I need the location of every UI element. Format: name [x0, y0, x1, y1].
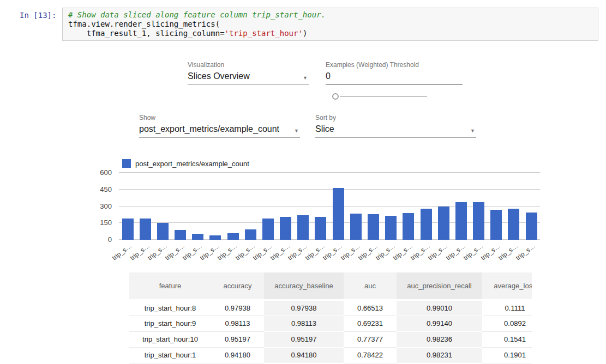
bar-slot — [207, 173, 224, 240]
table-cell: 0.78422 — [344, 347, 397, 363]
table-cell: 0.69231 — [344, 316, 397, 331]
bar-slot — [347, 173, 364, 240]
bar-20[interactable] — [473, 202, 484, 240]
bar-0[interactable] — [122, 219, 134, 240]
bar-slot — [136, 173, 154, 240]
table-cell: 0.94180 — [264, 347, 344, 363]
y-axis: 0150300450600 — [82, 173, 112, 240]
bar-7[interactable] — [245, 229, 256, 240]
table-cell: 0.97938 — [211, 300, 264, 316]
table-cell: 0.99010 — [397, 300, 482, 316]
bar-14[interactable] — [368, 214, 379, 240]
col-header-feature: feature — [129, 272, 211, 300]
table-cell: 0.98231 — [397, 347, 482, 363]
y-tick-label: 0 — [108, 235, 112, 244]
bar-slot — [452, 173, 470, 240]
table-cell: trip_start_hour:8 — [129, 300, 211, 316]
bar-1[interactable] — [140, 219, 151, 240]
bar-5[interactable] — [209, 235, 221, 240]
y-tick-label: 450 — [100, 185, 112, 193]
col-header-average_loss: average_loss — [482, 272, 532, 300]
y-tick-label: 300 — [100, 202, 112, 210]
table-cell: 0.1541 — [482, 331, 532, 347]
bar-4[interactable] — [192, 234, 203, 240]
chevron-down-icon: ▼ — [470, 128, 475, 134]
bar-chart — [119, 173, 540, 240]
sort-value: Slice — [315, 124, 334, 134]
slider-knob[interactable] — [332, 93, 339, 100]
table-header-row: featureaccuracyaccuracy_baselineaucauc_p… — [129, 272, 532, 300]
bar-6[interactable] — [227, 233, 239, 240]
bar-slot — [295, 173, 312, 240]
bar-12[interactable] — [333, 188, 344, 240]
x-tick: trip_s… — [523, 241, 540, 258]
bar-11[interactable] — [315, 217, 326, 240]
bar-3[interactable] — [175, 230, 186, 240]
bar-15[interactable] — [385, 216, 397, 240]
threshold-control: Examples (Weighted) Threshold 0 — [326, 61, 463, 85]
table-cell: 0.0892 — [482, 316, 532, 331]
table-cell: 0.97938 — [264, 300, 344, 316]
bar-9[interactable] — [280, 217, 291, 240]
bar-17[interactable] — [421, 209, 432, 240]
bar-22[interactable] — [508, 209, 519, 240]
col-header-auc_precision_recall: auc_precision_recall — [397, 272, 482, 300]
table-cell: 0.95197 — [211, 331, 264, 347]
table-cell: 0.99140 — [397, 316, 482, 331]
visualization-control: Visualization Slices Overview ▼ — [188, 61, 309, 85]
visualization-dropdown[interactable]: Slices Overview ▼ — [188, 71, 309, 85]
sort-dropdown[interactable]: Slice ▼ — [315, 124, 476, 138]
bar-slot — [312, 173, 329, 240]
bar-13[interactable] — [350, 214, 362, 240]
bar-slot — [154, 173, 171, 240]
bar-18[interactable] — [438, 207, 449, 240]
col-header-accuracy_baseline: accuracy_baseline — [264, 272, 344, 300]
x-axis: trip_s…trip_s…trip_s…trip_s…trip_s…trip_… — [119, 241, 540, 258]
x-tick-label: trip_s… — [111, 242, 133, 262]
code-line: tfma.view.render_slicing_metrics( — [68, 20, 592, 29]
table-cell: 0.66513 — [344, 300, 397, 316]
threshold-slider[interactable] — [332, 93, 427, 100]
show-dropdown[interactable]: post_export_metrics/example_count ▼ — [139, 124, 300, 138]
metrics-table: featureaccuracyaccuracy_baselineaucauc_p… — [129, 272, 532, 363]
bar-2[interactable] — [157, 223, 169, 240]
code-line: # Show data sliced along feature column … — [68, 10, 592, 20]
bar-slot — [505, 173, 523, 240]
chart-legend: post_export_metrics/example_count — [122, 159, 249, 168]
bar-8[interactable] — [262, 219, 274, 240]
table-cell: 0.95197 — [264, 331, 344, 347]
bar-slot — [172, 173, 189, 240]
show-control: Show post_export_metrics/example_count ▼ — [139, 114, 300, 138]
bar-16[interactable] — [403, 213, 414, 240]
y-tick-label: 150 — [100, 219, 112, 227]
threshold-input[interactable]: 0 — [326, 71, 463, 85]
legend-swatch — [122, 159, 131, 168]
slider-track — [340, 96, 427, 97]
table-cell: 0.98236 — [397, 331, 482, 347]
col-header-accuracy: accuracy — [211, 272, 264, 300]
show-label: Show — [139, 114, 300, 122]
col-header-auc: auc — [344, 272, 397, 300]
show-value: post_export_metrics/example_count — [139, 124, 279, 134]
bar-slot — [119, 173, 136, 240]
table-row: trip_start_hour:90.981130.981130.692310.… — [129, 316, 532, 331]
table-row: trip_start_hour:80.979380.979380.665130.… — [129, 300, 532, 316]
bar-21[interactable] — [490, 210, 502, 240]
table-cell: 0.98113 — [211, 316, 264, 331]
bar-slot — [382, 173, 400, 240]
code-cell[interactable]: # Show data sliced along feature column … — [62, 8, 598, 41]
table-cell: 0.1111 — [482, 300, 532, 316]
bar-23[interactable] — [526, 213, 537, 240]
bar-slot — [224, 173, 242, 240]
table-row: trip_start_hour:100.951970.951970.773770… — [129, 331, 532, 347]
table-cell: 0.77377 — [344, 331, 397, 347]
legend-label: post_export_metrics/example_count — [135, 160, 249, 168]
sort-control: Sort by Slice ▼ — [315, 114, 476, 138]
bar-19[interactable] — [455, 202, 467, 240]
chevron-down-icon: ▼ — [294, 128, 299, 134]
bar-10[interactable] — [297, 215, 309, 240]
bar-slot — [488, 173, 505, 240]
table-cell: 0.98113 — [264, 316, 344, 331]
table-cell: trip_start_hour:9 — [129, 316, 211, 331]
y-tick-label: 600 — [100, 168, 112, 177]
